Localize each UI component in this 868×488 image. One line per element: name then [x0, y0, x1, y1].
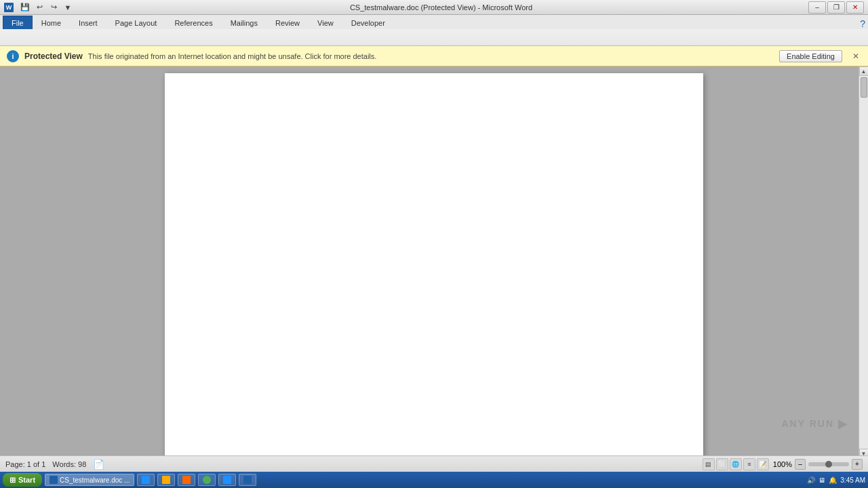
- taskbar-app-explorer[interactable]: [157, 474, 175, 486]
- system-tray: 🔊 🖥 🔔: [806, 475, 837, 485]
- zoom-percent: 100%: [773, 460, 792, 468]
- taskbar-clock: 3:45 AM: [840, 476, 865, 484]
- close-button[interactable]: ✕: [846, 1, 864, 14]
- vertical-scrollbar[interactable]: ▲ ▼: [859, 66, 868, 458]
- restore-button[interactable]: ❐: [827, 1, 845, 14]
- undo-qat-button[interactable]: ↩: [33, 1, 45, 14]
- word-taskbar-icon: [50, 476, 58, 484]
- taskbar: ⊞ Start CS_testmalware.doc ... 🔊 🖥 🔔 3:4…: [0, 472, 868, 488]
- word-taskbar-icon-2: [243, 476, 252, 484]
- more-qat-button[interactable]: ▼: [62, 1, 74, 14]
- document-area: ▲ ▼ ANY RUN ▶: [0, 66, 868, 458]
- document-view-icon[interactable]: 📄: [93, 459, 104, 470]
- ribbon-tab-bar: File Home Insert Page Layout References …: [0, 15, 868, 29]
- taskbar-app-ie-2[interactable]: [218, 474, 236, 486]
- tab-developer[interactable]: Developer: [342, 16, 394, 29]
- ie-taskbar-icon-2: [223, 476, 231, 484]
- outline-button[interactable]: ≡: [743, 458, 755, 470]
- tab-mailings[interactable]: Mailings: [222, 16, 267, 29]
- scroll-thumb[interactable]: [861, 77, 867, 98]
- start-label: Start: [18, 476, 35, 484]
- tab-review[interactable]: Review: [267, 16, 309, 29]
- view-buttons: ▤ ⬜ 🌐 ≡ 📝: [703, 458, 769, 470]
- watermark-logo-icon: ▶: [838, 416, 848, 431]
- draft-button[interactable]: 📝: [757, 458, 769, 470]
- full-screen-button[interactable]: ⬜: [716, 458, 728, 470]
- word-app-icon: W: [4, 3, 14, 12]
- save-qat-button[interactable]: 💾: [19, 1, 31, 14]
- tab-page-layout[interactable]: Page Layout: [106, 16, 166, 29]
- web-layout-button[interactable]: 🌐: [730, 458, 742, 470]
- window-title: CS_testmalware.doc (Protected View) - Mi…: [350, 3, 532, 12]
- explorer-taskbar-icon: [162, 476, 170, 484]
- protected-view-banner: i Protected View This file originated fr…: [0, 46, 868, 66]
- taskbar-app-chrome[interactable]: [198, 474, 216, 486]
- start-icon: ⊞: [9, 476, 16, 485]
- protected-view-label: Protected View: [24, 52, 83, 61]
- watermark-text: ANY RUN: [781, 418, 834, 429]
- taskbar-app-word-2[interactable]: [239, 474, 256, 486]
- taskbar-app-word[interactable]: CS_testmalware.doc ...: [45, 474, 134, 486]
- volume-tray-icon: 🖥: [817, 475, 827, 485]
- tab-file[interactable]: File: [3, 16, 33, 29]
- statusbar-right: ▤ ⬜ 🌐 ≡ 📝 100% – +: [703, 458, 863, 470]
- ribbon: File Home Insert Page Layout References …: [0, 15, 868, 46]
- taskbar-app-word-label: CS_testmalware.doc ...: [60, 476, 130, 484]
- zoom-control: 100% – +: [773, 459, 863, 470]
- ribbon-toolbar: [0, 29, 868, 45]
- words-info: Words: 98: [52, 460, 86, 468]
- start-button[interactable]: ⊞ Start: [3, 473, 42, 487]
- tab-home[interactable]: Home: [33, 16, 70, 29]
- anyrun-watermark: ANY RUN ▶: [781, 416, 848, 431]
- scroll-up-button[interactable]: ▲: [859, 66, 869, 76]
- zoom-in-button[interactable]: +: [852, 459, 863, 470]
- redo-qat-button[interactable]: ↪: [47, 1, 60, 14]
- protected-view-message: This file originated from an Internet lo…: [88, 52, 774, 60]
- network-tray-icon: 🔊: [806, 475, 816, 485]
- print-layout-button[interactable]: ▤: [703, 458, 715, 470]
- enable-editing-button[interactable]: Enable Editing: [779, 50, 842, 62]
- tab-insert[interactable]: Insert: [70, 16, 106, 29]
- tab-view[interactable]: View: [309, 16, 342, 29]
- window-controls: – ❐ ✕: [808, 1, 864, 14]
- document-page: [165, 73, 703, 458]
- info-icon: i: [7, 50, 19, 62]
- taskbar-app-ie-1[interactable]: [137, 474, 155, 486]
- titlebar: W 💾 ↩ ↪ ▼ CS_testmalware.doc (Protected …: [0, 0, 868, 15]
- tray-icon-3: 🔔: [828, 475, 837, 485]
- taskbar-right: 🔊 🖥 🔔 3:45 AM: [806, 475, 865, 485]
- chrome-taskbar-icon: [203, 476, 211, 484]
- zoom-slider[interactable]: [808, 462, 849, 466]
- statusbar: Page: 1 of 1 Words: 98 📄 ▤ ⬜ 🌐 ≡ 📝 100% …: [0, 455, 868, 472]
- titlebar-left: W 💾 ↩ ↪ ▼: [4, 1, 74, 14]
- help-icon[interactable]: ?: [860, 18, 865, 29]
- minimize-button[interactable]: –: [808, 1, 826, 14]
- zoom-slider-thumb[interactable]: [825, 461, 832, 468]
- banner-close-button[interactable]: ✕: [850, 51, 861, 62]
- ie-taskbar-icon-1: [142, 476, 150, 484]
- zoom-out-button[interactable]: –: [795, 459, 806, 470]
- taskbar-app-media[interactable]: [178, 474, 195, 486]
- tab-references[interactable]: References: [165, 16, 221, 29]
- page-info: Page: 1 of 1: [5, 460, 45, 468]
- quick-access-toolbar: 💾 ↩ ↪ ▼: [19, 1, 74, 14]
- media-taskbar-icon: [182, 476, 191, 484]
